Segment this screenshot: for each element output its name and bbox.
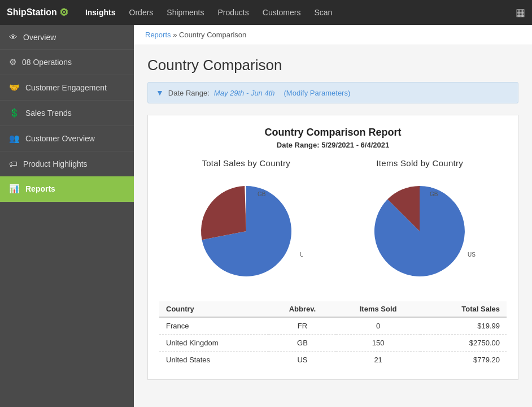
col-abbrev: Abbrev. <box>269 301 336 317</box>
table-row: United States US 21 $779.20 <box>159 352 507 369</box>
sidebar-item-overview[interactable]: 👁 Overview <box>0 25 134 50</box>
date-range-prefix: Date Range: <box>168 89 210 97</box>
cell-items: 21 <box>336 352 420 369</box>
top-navigation: ShipStation⚙ Insights Orders Shipments P… <box>0 0 532 25</box>
nav-shipments[interactable]: Shipments <box>161 5 210 20</box>
col-country: Country <box>159 301 269 317</box>
operations-icon: ⚙ <box>9 57 16 67</box>
table-row: United Kingdom GB 150 $2750.00 <box>159 335 507 352</box>
gb-label-sales: GB <box>258 191 266 197</box>
main-layout: 👁 Overview ⚙ 08 Operations 🤝 Customer En… <box>0 25 532 407</box>
customer-engagement-icon: 🤝 <box>9 83 20 93</box>
cell-abbrev: GB <box>269 335 336 352</box>
sidebar-item-operations[interactable]: ⚙ 08 Operations <box>0 50 134 75</box>
page-content: Country Comparison ▼ Date Range: May 29t… <box>134 45 532 407</box>
table-row: France FR 0 $19.99 <box>159 317 507 335</box>
nav-insights[interactable]: Insights <box>80 5 121 20</box>
date-range-bar: ▼ Date Range: May 29th - Jun 4th (Modify… <box>147 82 518 103</box>
modify-parameters-link[interactable]: (Modify Parameters) <box>284 89 351 97</box>
chart-items-sold: Items Sold by Country <box>333 158 507 288</box>
sidebar-item-reports[interactable]: 📊 Reports <box>0 176 134 202</box>
breadcrumb-separator: » <box>173 31 177 39</box>
cell-abbrev: US <box>269 352 336 369</box>
logo-gear-icon: ⚙ <box>59 6 68 19</box>
chart-total-sales: Total Sales by Country <box>159 158 333 288</box>
col-items-sold: Items Sold <box>336 301 420 317</box>
report-area: Country Comparison Report Date Range: 5/… <box>147 115 518 380</box>
table-header-row: Country Abbrev. Items Sold Total Sales <box>159 301 507 317</box>
country-comparison-table: Country Abbrev. Items Sold Total Sales F… <box>159 301 507 368</box>
cell-sales: $2750.00 <box>420 335 507 352</box>
sidebar-label-product-highlights: Product Highlights <box>23 159 88 168</box>
sidebar-label-overview: Overview <box>23 33 56 42</box>
nav-customers[interactable]: Customers <box>257 5 307 20</box>
us-slice-sales <box>201 186 246 240</box>
overview-icon: 👁 <box>9 32 18 42</box>
chart2-title: Items Sold by Country <box>376 158 463 168</box>
sidebar-item-customer-overview[interactable]: 👥 Customer Overview <box>0 126 134 151</box>
logo-text: ShipStation <box>7 7 57 18</box>
sidebar-label-operations: 08 Operations <box>22 58 72 67</box>
sidebar-label-reports: Reports <box>25 184 55 193</box>
date-range-value: May 29th - Jun 4th <box>214 89 275 97</box>
sidebar-item-product-highlights[interactable]: 🏷 Product Highlights <box>0 151 134 176</box>
sidebar-item-customer-engagement[interactable]: 🤝 Customer Engagement <box>0 75 134 101</box>
page-title: Country Comparison <box>147 57 518 74</box>
cell-country: France <box>159 317 269 335</box>
breadcrumb-reports-link[interactable]: Reports <box>145 31 171 39</box>
charts-row: Total Sales by Country <box>159 158 507 288</box>
logo: ShipStation⚙ <box>7 6 68 19</box>
sidebar: 👁 Overview ⚙ 08 Operations 🤝 Customer En… <box>0 25 134 407</box>
nav-products[interactable]: Products <box>212 5 255 20</box>
breadcrumb-current: Country Comparison <box>179 31 246 39</box>
pie-svg-sales: GB US <box>190 175 303 288</box>
report-title: Country Comparison Report <box>159 127 507 138</box>
pie-chart-items: GB US <box>363 175 476 288</box>
cell-abbrev: FR <box>269 317 336 335</box>
cell-items: 150 <box>336 335 420 352</box>
us-label-items: US <box>468 252 476 258</box>
us-label-sales: US <box>300 252 303 258</box>
grid-icon[interactable]: ▦ <box>516 6 525 19</box>
chart1-title: Total Sales by Country <box>202 158 290 168</box>
cell-sales: $19.99 <box>420 317 507 335</box>
product-highlights-icon: 🏷 <box>9 159 18 168</box>
breadcrumb: Reports » Country Comparison <box>134 25 532 45</box>
chevron-down-icon: ▼ <box>156 88 164 97</box>
topnav-links: Insights Orders Shipments Products Custo… <box>80 5 511 20</box>
pie-chart-sales: GB US <box>190 175 303 288</box>
cell-country: United Kingdom <box>159 335 269 352</box>
cell-items: 0 <box>336 317 420 335</box>
report-date-range: Date Range: 5/29/2021 - 6/4/2021 <box>159 141 507 149</box>
main-content: Reports » Country Comparison Country Com… <box>134 25 532 407</box>
cell-sales: $779.20 <box>420 352 507 369</box>
col-total-sales: Total Sales <box>420 301 507 317</box>
gb-label-items: GB <box>430 191 438 197</box>
cell-country: United States <box>159 352 269 369</box>
pie-svg-items: GB US <box>363 175 476 288</box>
sidebar-label-customer-engagement: Customer Engagement <box>25 83 107 92</box>
sidebar-label-customer-overview: Customer Overview <box>25 134 95 143</box>
nav-scan[interactable]: Scan <box>308 5 338 20</box>
customer-overview-icon: 👥 <box>9 133 20 144</box>
reports-icon: 📊 <box>9 184 20 194</box>
sidebar-item-sales-trends[interactable]: 💲 Sales Trends <box>0 101 134 126</box>
nav-orders[interactable]: Orders <box>124 5 159 20</box>
sales-trends-icon: 💲 <box>9 108 20 118</box>
sidebar-label-sales-trends: Sales Trends <box>25 109 72 118</box>
